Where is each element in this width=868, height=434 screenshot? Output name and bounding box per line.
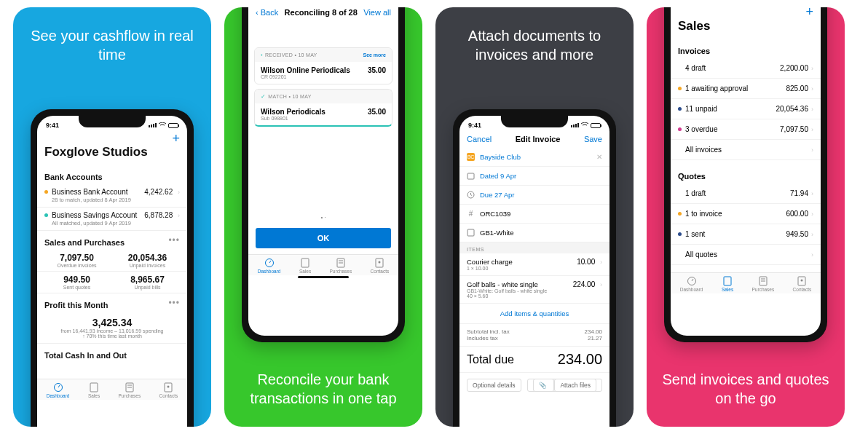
- profit-heading: Profit this Month: [37, 293, 115, 312]
- all-invoices-link[interactable]: All invoices›: [671, 140, 821, 160]
- phone-frame-2: ‹ Back Reconciling 8 of 28 View all ›REC…: [242, 7, 405, 342]
- field-due[interactable]: Due 27 Apr: [459, 186, 609, 205]
- back-button[interactable]: ‹ Back: [256, 8, 278, 17]
- quote-status-row[interactable]: 1 to invoice600.00›: [671, 204, 821, 224]
- svg-point-4: [167, 386, 170, 388]
- profit-amount: 3,425.34: [44, 317, 180, 328]
- sales-purchases-grid: 7,097.50Overdue invoices 20,054.36Unpaid…: [37, 250, 187, 272]
- signal-icon: [571, 123, 579, 127]
- invoices-heading: Invoices: [671, 39, 821, 58]
- nav-bar: ‹ Back Reconciling 8 of 28 View all: [248, 7, 398, 21]
- invoice-item-row[interactable]: Courier charge1 × 10.00 10.00 ›: [459, 253, 609, 276]
- chevron-right-icon: ›: [811, 251, 813, 259]
- tab-sales[interactable]: Sales: [722, 276, 733, 292]
- invoice-status-row[interactable]: 3 overdue7,097.50›: [671, 119, 821, 140]
- bank-account-row[interactable]: Business Savings AccountAll matched, upd…: [37, 208, 187, 231]
- phone-frame-1: 9:41 + Foxglove Studios Bank Accounts Bu…: [31, 109, 194, 427]
- panel-cashflow: See your cashflow in real time 9:41 + Fo…: [13, 7, 211, 427]
- contacts-icon: [374, 258, 384, 268]
- optional-details-button[interactable]: Optional details: [467, 379, 521, 392]
- transaction-amount: 35.00: [368, 66, 386, 79]
- chevron-right-icon: ›: [261, 52, 263, 58]
- stat-sent-quotes[interactable]: 949.50Sent quotes: [42, 275, 112, 290]
- tab-contacts[interactable]: Contacts: [159, 382, 178, 398]
- chevron-right-icon: ›: [811, 190, 813, 197]
- tab-bar: Dashboard Sales Purchases Contacts: [37, 379, 187, 400]
- calendar-icon: [467, 172, 475, 180]
- tab-purchases[interactable]: Purchases: [119, 382, 141, 398]
- wifi-icon: [159, 122, 166, 128]
- add-items-link[interactable]: Add items & quantities: [459, 304, 609, 324]
- quote-status-row[interactable]: 1 draft71.94›: [671, 184, 821, 204]
- chevron-right-icon: ›: [811, 65, 813, 72]
- chevron-right-icon: ›: [600, 259, 602, 266]
- chevron-right-icon: ›: [811, 146, 813, 154]
- svg-rect-1: [90, 383, 98, 392]
- field-dated[interactable]: Dated 9 Apr: [459, 167, 609, 186]
- attach-files-button[interactable]: 📎 Attach files: [527, 379, 602, 392]
- nav-title: Edit Invoice: [516, 135, 561, 143]
- field-description[interactable]: GB1-White: [459, 224, 609, 242]
- battery-icon: [591, 123, 601, 128]
- invoice-status-row[interactable]: 1 awaiting approval825.00›: [671, 79, 821, 99]
- stat-overdue-invoices[interactable]: 7,097.50Overdue invoices: [42, 253, 112, 268]
- invoice-options: Optional details 📎 Attach files: [459, 373, 609, 398]
- battery-icon: [168, 123, 178, 128]
- match-card[interactable]: ✓MATCH • 10 MAY Wilson PeriodicalsSub 09…: [254, 89, 392, 127]
- bank-account-name: Business Savings Account: [52, 211, 137, 219]
- ok-button[interactable]: OK: [256, 228, 391, 248]
- quote-status-row[interactable]: 1 sent949.50›: [671, 224, 821, 245]
- bank-accounts-heading: Bank Accounts: [37, 165, 187, 184]
- transaction-ref: CR 092201: [261, 74, 350, 79]
- tab-purchases[interactable]: Purchases: [330, 258, 352, 274]
- all-quotes-link[interactable]: All quotes›: [671, 245, 821, 265]
- receipt-icon: [758, 276, 768, 286]
- cancel-button[interactable]: Cancel: [467, 135, 492, 143]
- see-more-link[interactable]: See more: [363, 52, 386, 58]
- invoice-status-row[interactable]: 4 draft2,200.00›: [671, 58, 821, 79]
- tab-dashboard[interactable]: Dashboard: [680, 276, 703, 292]
- invoice-item-row[interactable]: Golf balls - white singleGB1-White: Golf…: [459, 276, 609, 304]
- svg-rect-12: [467, 229, 474, 236]
- tab-purchases[interactable]: Purchases: [752, 276, 775, 292]
- chevron-right-icon: ›: [811, 126, 813, 133]
- tab-contacts[interactable]: Contacts: [371, 258, 390, 274]
- svg-rect-14: [724, 277, 731, 285]
- tab-dashboard[interactable]: Dashboard: [47, 382, 70, 398]
- phone-notch: [501, 116, 568, 127]
- save-button[interactable]: Save: [584, 135, 602, 143]
- add-button[interactable]: +: [805, 7, 813, 19]
- transaction-name: Wilson Online Periodicals: [261, 66, 350, 74]
- bank-account-row[interactable]: Business Bank Account28 to match, update…: [37, 184, 187, 208]
- field-contact[interactable]: BCBayside Club✕: [459, 148, 609, 167]
- home-indicator: [298, 276, 349, 278]
- stat-unpaid-bills[interactable]: 8,965.67Unpaid bills: [112, 275, 183, 290]
- profit-breakdown: from 16,441.93 income – 13,016.59 spendi…: [44, 328, 180, 334]
- more-icon[interactable]: •••: [168, 298, 187, 308]
- tab-dashboard[interactable]: Dashboard: [258, 258, 281, 274]
- chevron-right-icon: ›: [178, 212, 180, 219]
- nav-bar: Cancel Edit Invoice Save: [459, 132, 609, 148]
- tab-sales[interactable]: Sales: [299, 258, 311, 274]
- total-due-label: Total due: [467, 353, 514, 366]
- tab-bar: Dashboard Sales Purchases Contacts: [248, 254, 398, 275]
- quotes-heading: Quotes: [671, 160, 821, 184]
- more-icon[interactable]: •••: [168, 235, 187, 245]
- chevron-right-icon: ›: [178, 189, 180, 196]
- clear-icon[interactable]: ✕: [596, 153, 602, 161]
- view-all-link[interactable]: View all: [363, 8, 391, 17]
- pager-dots: • ·: [248, 211, 398, 224]
- field-reference[interactable]: #ORC1039: [459, 205, 609, 224]
- tab-sales[interactable]: Sales: [88, 382, 100, 398]
- status-dot-icon: [44, 190, 48, 194]
- bank-account-value: 4,242.62: [144, 188, 173, 196]
- tab-contacts[interactable]: Contacts: [793, 276, 812, 292]
- doc-icon: [300, 258, 310, 268]
- bank-account-value: 6,878.28: [144, 211, 173, 219]
- invoice-status-row[interactable]: 11 unpaid20,054.36›: [671, 99, 821, 119]
- received-card: ›RECEIVED • 10 MAY See more Wilson Onlin…: [254, 47, 392, 84]
- stat-unpaid-invoices[interactable]: 20,054.36Unpaid invoices: [112, 253, 183, 268]
- sales-purchases-heading: Sales and Purchases: [37, 231, 132, 250]
- add-button[interactable]: +: [172, 131, 180, 146]
- cash-heading: Total Cash In and Out: [37, 344, 187, 363]
